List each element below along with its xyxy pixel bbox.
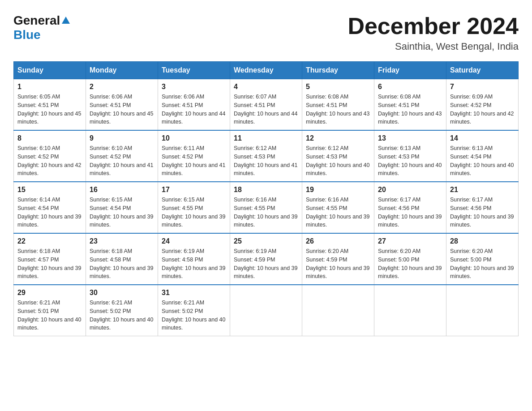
day-info: Sunrise: 6:11 AM Sunset: 4:52 PM Dayligh… <box>162 144 226 178</box>
day-info: Sunrise: 6:21 AM Sunset: 5:02 PM Dayligh… <box>162 299 226 332</box>
day-number: 15 <box>17 186 82 194</box>
day-cell-15: 15 Sunrise: 6:14 AM Sunset: 4:54 PM Dayl… <box>14 182 86 233</box>
day-number: 21 <box>450 186 515 194</box>
page-header: General Blue December 2024 Sainthia, Wes… <box>13 13 519 52</box>
day-number: 28 <box>450 237 515 245</box>
calendar-week-row: 22 Sunrise: 6:18 AM Sunset: 4:57 PM Dayl… <box>14 233 519 285</box>
day-info: Sunrise: 6:20 AM Sunset: 5:00 PM Dayligh… <box>450 247 515 281</box>
day-cell-16: 16 Sunrise: 6:15 AM Sunset: 4:54 PM Dayl… <box>86 182 158 233</box>
day-number: 7 <box>450 83 515 91</box>
day-info: Sunrise: 6:19 AM Sunset: 4:59 PM Dayligh… <box>234 247 298 281</box>
day-cell-10: 10 Sunrise: 6:11 AM Sunset: 4:52 PM Dayl… <box>158 130 230 182</box>
day-info: Sunrise: 6:20 AM Sunset: 5:00 PM Dayligh… <box>378 247 442 281</box>
day-cell-13: 13 Sunrise: 6:13 AM Sunset: 4:53 PM Dayl… <box>374 130 446 182</box>
day-cell-2: 2 Sunrise: 6:06 AM Sunset: 4:51 PM Dayli… <box>86 79 158 131</box>
day-number: 8 <box>17 134 82 142</box>
day-cell-17: 17 Sunrise: 6:15 AM Sunset: 4:55 PM Dayl… <box>158 182 230 233</box>
day-number: 25 <box>234 237 298 245</box>
calendar-header-row: SundayMondayTuesdayWednesdayThursdayFrid… <box>14 62 519 79</box>
day-number: 20 <box>378 186 442 194</box>
day-number: 22 <box>17 237 82 245</box>
title-block: December 2024 Sainthia, West Bengal, Ind… <box>348 13 519 52</box>
day-info: Sunrise: 6:12 AM Sunset: 4:53 PM Dayligh… <box>306 144 370 178</box>
day-cell-12: 12 Sunrise: 6:12 AM Sunset: 4:53 PM Dayl… <box>302 130 374 182</box>
day-info: Sunrise: 6:09 AM Sunset: 4:52 PM Dayligh… <box>450 93 515 126</box>
day-info: Sunrise: 6:08 AM Sunset: 4:51 PM Dayligh… <box>306 93 370 126</box>
day-cell-7: 7 Sunrise: 6:09 AM Sunset: 4:52 PM Dayli… <box>446 79 519 131</box>
day-info: Sunrise: 6:05 AM Sunset: 4:51 PM Dayligh… <box>17 93 82 126</box>
day-number: 29 <box>17 289 82 297</box>
day-cell-5: 5 Sunrise: 6:08 AM Sunset: 4:51 PM Dayli… <box>302 79 374 131</box>
day-number: 27 <box>378 237 442 245</box>
column-header-wednesday: Wednesday <box>230 62 302 79</box>
day-cell-27: 27 Sunrise: 6:20 AM Sunset: 5:00 PM Dayl… <box>374 233 446 285</box>
day-cell-3: 3 Sunrise: 6:06 AM Sunset: 4:51 PM Dayli… <box>158 79 230 131</box>
column-header-thursday: Thursday <box>302 62 374 79</box>
day-info: Sunrise: 6:13 AM Sunset: 4:54 PM Dayligh… <box>450 144 515 178</box>
svg-marker-0 <box>62 17 70 24</box>
day-cell-6: 6 Sunrise: 6:08 AM Sunset: 4:51 PM Dayli… <box>374 79 446 131</box>
day-cell-21: 21 Sunrise: 6:17 AM Sunset: 4:56 PM Dayl… <box>446 182 519 233</box>
calendar-week-row: 29 Sunrise: 6:21 AM Sunset: 5:01 PM Dayl… <box>14 285 519 336</box>
day-info: Sunrise: 6:18 AM Sunset: 4:58 PM Dayligh… <box>90 247 154 281</box>
logo: General Blue <box>13 13 71 42</box>
day-info: Sunrise: 6:18 AM Sunset: 4:57 PM Dayligh… <box>17 247 82 281</box>
day-number: 12 <box>306 134 370 142</box>
day-info: Sunrise: 6:06 AM Sunset: 4:51 PM Dayligh… <box>162 93 226 126</box>
day-cell-14: 14 Sunrise: 6:13 AM Sunset: 4:54 PM Dayl… <box>446 130 519 182</box>
day-number: 26 <box>306 237 370 245</box>
day-number: 18 <box>234 186 298 194</box>
day-info: Sunrise: 6:16 AM Sunset: 4:55 PM Dayligh… <box>306 196 370 229</box>
day-cell-24: 24 Sunrise: 6:19 AM Sunset: 4:58 PM Dayl… <box>158 233 230 285</box>
day-cell-28: 28 Sunrise: 6:20 AM Sunset: 5:00 PM Dayl… <box>446 233 519 285</box>
empty-cell <box>230 285 302 336</box>
day-cell-1: 1 Sunrise: 6:05 AM Sunset: 4:51 PM Dayli… <box>14 79 86 131</box>
calendar-week-row: 8 Sunrise: 6:10 AM Sunset: 4:52 PM Dayli… <box>14 130 519 182</box>
column-header-friday: Friday <box>374 62 446 79</box>
day-number: 1 <box>17 83 82 91</box>
day-number: 6 <box>378 83 442 91</box>
day-number: 23 <box>90 237 154 245</box>
month-title: December 2024 <box>348 13 519 39</box>
day-number: 16 <box>90 186 154 194</box>
day-cell-19: 19 Sunrise: 6:16 AM Sunset: 4:55 PM Dayl… <box>302 182 374 233</box>
column-header-tuesday: Tuesday <box>158 62 230 79</box>
day-number: 24 <box>162 237 226 245</box>
day-number: 13 <box>378 134 442 142</box>
day-number: 19 <box>306 186 370 194</box>
column-header-sunday: Sunday <box>14 62 86 79</box>
day-cell-23: 23 Sunrise: 6:18 AM Sunset: 4:58 PM Dayl… <box>86 233 158 285</box>
day-info: Sunrise: 6:14 AM Sunset: 4:54 PM Dayligh… <box>17 196 82 229</box>
day-number: 31 <box>162 289 226 297</box>
day-info: Sunrise: 6:20 AM Sunset: 4:59 PM Dayligh… <box>306 247 370 281</box>
day-info: Sunrise: 6:06 AM Sunset: 4:51 PM Dayligh… <box>90 93 154 126</box>
day-number: 30 <box>90 289 154 297</box>
day-info: Sunrise: 6:17 AM Sunset: 4:56 PM Dayligh… <box>378 196 442 229</box>
day-info: Sunrise: 6:19 AM Sunset: 4:58 PM Dayligh… <box>162 247 226 281</box>
day-info: Sunrise: 6:21 AM Sunset: 5:01 PM Dayligh… <box>17 299 82 332</box>
day-cell-22: 22 Sunrise: 6:18 AM Sunset: 4:57 PM Dayl… <box>14 233 86 285</box>
calendar-week-row: 15 Sunrise: 6:14 AM Sunset: 4:54 PM Dayl… <box>14 182 519 233</box>
column-header-saturday: Saturday <box>446 62 519 79</box>
day-info: Sunrise: 6:10 AM Sunset: 4:52 PM Dayligh… <box>90 144 154 178</box>
day-number: 11 <box>234 134 298 142</box>
day-number: 9 <box>90 134 154 142</box>
day-info: Sunrise: 6:16 AM Sunset: 4:55 PM Dayligh… <box>234 196 298 229</box>
column-header-monday: Monday <box>86 62 158 79</box>
day-number: 17 <box>162 186 226 194</box>
calendar-week-row: 1 Sunrise: 6:05 AM Sunset: 4:51 PM Dayli… <box>14 79 519 131</box>
day-cell-9: 9 Sunrise: 6:10 AM Sunset: 4:52 PM Dayli… <box>86 130 158 182</box>
day-number: 3 <box>162 83 226 91</box>
empty-cell <box>446 285 519 336</box>
location-subtitle: Sainthia, West Bengal, India <box>348 41 519 52</box>
day-cell-11: 11 Sunrise: 6:12 AM Sunset: 4:53 PM Dayl… <box>230 130 302 182</box>
day-cell-25: 25 Sunrise: 6:19 AM Sunset: 4:59 PM Dayl… <box>230 233 302 285</box>
empty-cell <box>374 285 446 336</box>
logo-blue-text: Blue <box>13 28 41 42</box>
day-cell-26: 26 Sunrise: 6:20 AM Sunset: 4:59 PM Dayl… <box>302 233 374 285</box>
day-number: 14 <box>450 134 515 142</box>
day-number: 10 <box>162 134 226 142</box>
day-cell-4: 4 Sunrise: 6:07 AM Sunset: 4:51 PM Dayli… <box>230 79 302 131</box>
logo-arrow-icon <box>61 16 71 26</box>
day-info: Sunrise: 6:21 AM Sunset: 5:02 PM Dayligh… <box>90 299 154 332</box>
